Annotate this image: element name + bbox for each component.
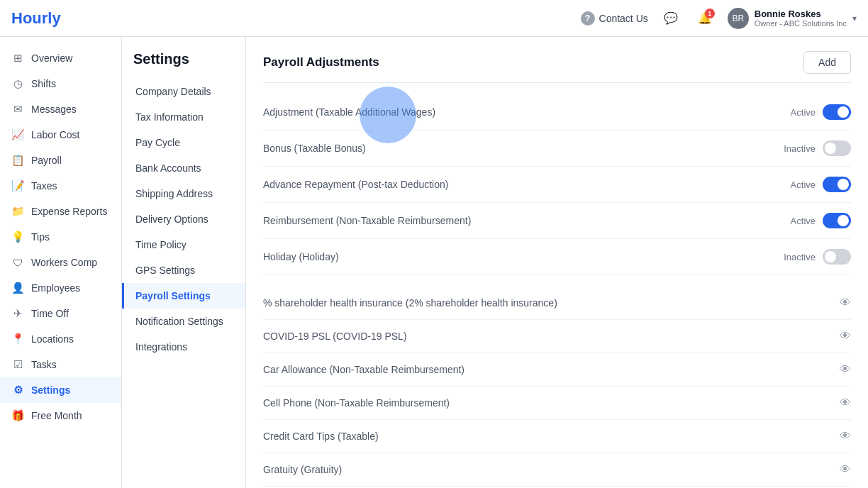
sidebar-item-label: Overview [31,52,72,64]
adjustment-name: Car Allowance (Non-Taxable Reimbursement… [263,364,464,375]
adjustment-name: Advance Repayment (Post-tax Deduction) [263,179,448,190]
settings-title: Settings [122,45,245,79]
chat-icon: 💬 [664,11,678,25]
sidebar-item-label: Taxes [31,180,57,192]
user-role: Owner - ABC Solutions Inc [755,19,847,28]
adjustment-controls: Active [791,177,851,192]
adjustment-name: Adjustment (Taxable Additional Wages) [263,106,435,118]
sidebar-item-workers-comp[interactable]: 🛡 Workers Comp [0,250,121,275]
status-badge: Inactive [784,143,816,154]
user-name: Bonnie Roskes [755,9,847,19]
settings-nav-company-details[interactable]: Company Details [122,79,245,104]
sidebar-item-labor-cost[interactable]: 📈 Labor Cost [0,122,121,148]
user-info: Bonnie Roskes Owner - ABC Solutions Inc [755,9,847,28]
settings-nav-time-policy[interactable]: Time Policy [122,232,245,257]
settings-container: Settings Company DetailsTax InformationP… [122,37,868,488]
sidebar-item-payroll[interactable]: 📋 Payroll [0,148,121,173]
status-badge: Inactive [784,252,816,262]
table-row: COVID-19 PSL (COVID-19 PSL) 👁 [263,320,851,353]
taxes-icon: 📝 [11,179,24,192]
eye-icon[interactable]: 👁 [840,396,851,409]
sidebar-item-label: Workers Comp [31,257,97,268]
eye-icon[interactable]: 👁 [840,463,851,476]
avatar: BR [728,8,749,29]
messages-btn[interactable]: 💬 [660,7,682,30]
toggle-switch[interactable] [823,104,851,120]
shifts-icon: ◷ [11,77,24,90]
adjustment-name: Reimbursement (Non-Taxable Reimbursement… [263,215,471,226]
settings-nav-gps-settings[interactable]: GPS Settings [122,257,245,283]
sidebar-item-employees[interactable]: 👤 Employees [0,275,121,301]
main-sidebar: ⊞ Overview ◷ Shifts ✉ Messages 📈 Labor C… [0,37,122,488]
toggle-switch[interactable] [823,140,851,156]
table-row: Credit Card Tips (Taxable) 👁 [263,420,851,453]
sidebar-item-messages[interactable]: ✉ Messages [0,96,121,122]
settings-nav-bank-accounts[interactable]: Bank Accounts [122,155,245,181]
user-menu[interactable]: BR Bonnie Roskes Owner - ABC Solutions I… [728,8,857,29]
settings-nav-payroll-settings[interactable]: Payroll Settings [122,283,245,309]
settings-nav-shipping-address[interactable]: Shipping Address [122,181,245,206]
overview-icon: ⊞ [11,52,24,65]
status-badge: Active [791,179,816,190]
main-layout: ⊞ Overview ◷ Shifts ✉ Messages 📈 Labor C… [0,37,868,488]
sidebar-item-overview[interactable]: ⊞ Overview [0,45,121,71]
tips-icon: 💡 [11,231,24,243]
eye-icon[interactable]: 👁 [840,330,851,343]
toggle-switch[interactable] [823,177,851,192]
table-row: Car Allowance (Non-Taxable Reimbursement… [263,353,851,387]
sidebar-item-label: Settings [31,384,70,396]
table-row: Cell Phone (Non-Taxable Reimbursement) 👁 [263,387,851,420]
sidebar-item-tasks[interactable]: ☑ Tasks [0,352,121,377]
sidebar-item-expense-reports[interactable]: 📁 Expense Reports [0,199,121,224]
sidebar-item-locations[interactable]: 📍 Locations [0,326,121,352]
sidebar-item-label: Labor Cost [31,129,79,140]
sidebar-item-taxes[interactable]: 📝 Taxes [0,173,121,199]
eye-icon[interactable]: 👁 [840,296,851,309]
workers-comp-icon: 🛡 [11,256,24,269]
table-row: Advance Repayment (Post-tax Deduction) A… [263,167,851,203]
toggle-switch[interactable] [823,249,851,265]
settings-nav-tax-information[interactable]: Tax Information [122,104,245,130]
sidebar-item-tips[interactable]: 💡 Tips [0,224,121,250]
messages-icon: ✉ [11,103,24,116]
eye-icon[interactable]: 👁 [840,363,851,376]
adjustment-name: COVID-19 PSL (COVID-19 PSL) [263,331,407,342]
table-row: % shareholder health insurance (2% share… [263,287,851,320]
sidebar-item-label: Shifts [31,78,56,89]
header-right: ? Contact Us 💬 🔔 1 BR Bonnie Roskes Owne… [581,7,857,30]
contact-us-btn[interactable]: ? Contact Us [581,11,648,26]
payroll-adjustments-title: Payroll Adjustments [263,55,379,70]
sidebar-item-label: Messages [31,104,77,115]
toggle-switch[interactable] [823,213,851,228]
notifications-btn[interactable]: 🔔 1 [694,7,716,30]
settings-content-panel: Payroll Adjustments Add Adjustment (Taxa… [246,37,868,488]
section-header: Payroll Adjustments Add [263,51,851,83]
tasks-icon: ☑ [11,358,24,371]
sidebar-item-label: Tasks [31,359,57,370]
adjustment-controls: Inactive [784,249,851,265]
sidebar-item-label: Employees [31,282,80,294]
sidebar-item-free-month[interactable]: 🎁 Free Month [0,403,121,428]
eye-icon[interactable]: 👁 [840,430,851,443]
adjustment-name: Gratuity (Gratuity) [263,464,342,475]
table-row: Adjustment (Taxable Additional Wages) Ac… [263,94,851,131]
sidebar-item-shifts[interactable]: ◷ Shifts [0,71,121,96]
settings-nav-integrations[interactable]: Integrations [122,334,245,360]
eye-rows-container: % shareholder health insurance (2% share… [263,287,851,487]
payroll-icon: 📋 [11,154,24,167]
sidebar-item-settings[interactable]: ⚙ Settings [0,377,121,403]
app-header: Hourly ? Contact Us 💬 🔔 1 BR Bonnie Rosk… [0,0,868,37]
settings-nav-notification-settings[interactable]: Notification Settings [122,309,245,334]
toggle-rows-container: Adjustment (Taxable Additional Wages) Ac… [263,94,851,275]
sidebar-item-time-off[interactable]: ✈ Time Off [0,301,121,326]
adjustment-name: Cell Phone (Non-Taxable Reimbursement) [263,397,450,409]
adjustment-controls: Active [791,104,851,120]
adjustment-name: Holiday (Holiday) [263,251,339,262]
settings-nav-delivery-options[interactable]: Delivery Options [122,206,245,232]
status-badge: Active [791,216,816,226]
settings-nav-pay-cycle[interactable]: Pay Cycle [122,130,245,155]
settings-sidebar: Settings Company DetailsTax InformationP… [122,37,246,488]
add-adjustment-button[interactable]: Add [803,51,851,74]
notification-badge: 1 [705,9,715,18]
table-row: Reimbursement (Non-Taxable Reimbursement… [263,203,851,239]
